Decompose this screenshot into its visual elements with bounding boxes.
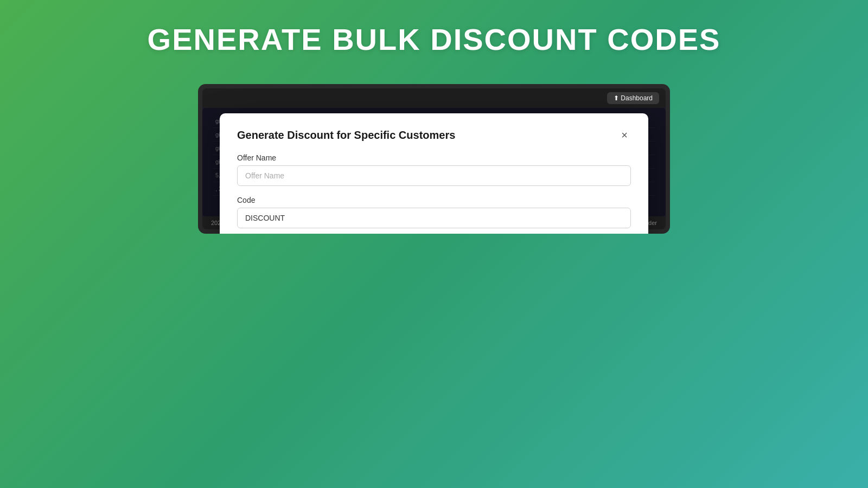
modal-dialog: Generate Discount for Specific Customers… — [220, 113, 648, 234]
modal-close-button[interactable]: × — [618, 129, 631, 142]
offer-name-label: Offer Name — [237, 153, 631, 162]
modal-header: Generate Discount for Specific Customers… — [237, 129, 631, 142]
background-content: gin 9, 20 der E Se gin 9, 20 der E gin 9… — [202, 108, 666, 216]
code-group: Code — [237, 196, 631, 228]
code-label: Code — [237, 196, 631, 204]
modal-title: Generate Discount for Specific Customers — [237, 129, 455, 142]
offer-name-input[interactable] — [237, 165, 631, 186]
page-title: GENERATE BULK DISCOUNT CODES — [148, 22, 721, 57]
offer-name-group: Offer Name — [237, 153, 631, 186]
modal-overlay: Generate Discount for Specific Customers… — [202, 108, 666, 216]
window-bar: ⬆ Dashboard — [202, 88, 666, 108]
app-window: ⬆ Dashboard gin 9, 20 der E Se gin 9, 20… — [198, 84, 670, 234]
code-input[interactable] — [237, 208, 631, 228]
dashboard-button[interactable]: ⬆ Dashboard — [607, 92, 659, 104]
